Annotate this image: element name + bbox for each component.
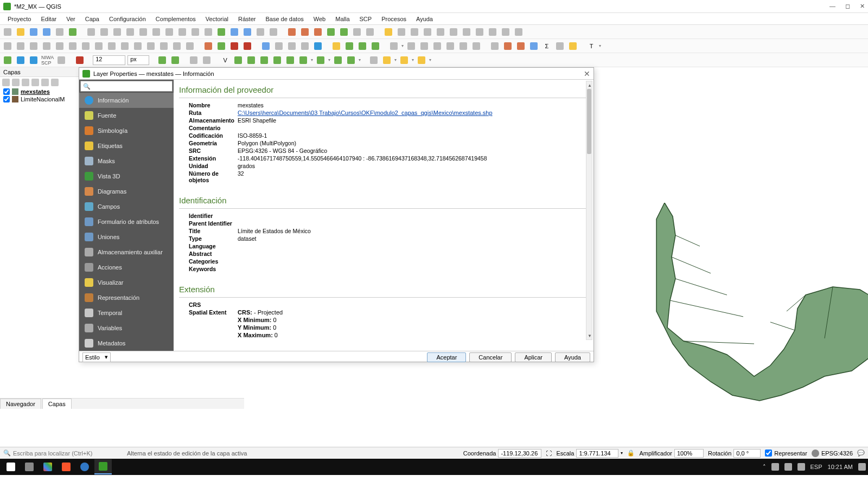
menu-basedatos[interactable]: Base de datos <box>261 15 308 23</box>
zoom-native-icon[interactable] <box>177 27 188 37</box>
zoom-layer-icon[interactable] <box>164 27 175 37</box>
processing-toolbox-icon[interactable] <box>489 41 500 52</box>
nav-variables[interactable]: Variables <box>79 320 174 336</box>
save-edits-icon[interactable] <box>396 27 407 37</box>
scroll-thumb[interactable] <box>587 89 591 154</box>
plugin-icon[interactable] <box>15 55 26 66</box>
vector-create-icon[interactable] <box>157 55 168 66</box>
db-manager-icon[interactable] <box>188 55 199 66</box>
layer-row-mexstates[interactable]: mexstates <box>0 88 79 95</box>
new-geopackage-icon[interactable] <box>299 27 310 37</box>
lock-icon[interactable]: 🔒 <box>627 450 635 457</box>
zoom-selection-icon[interactable] <box>151 27 162 37</box>
menu-scp[interactable]: SCP <box>355 15 376 23</box>
r-icon[interactable] <box>76 459 93 474</box>
pan-to-selection-icon[interactable] <box>99 27 110 37</box>
split-parts-icon[interactable] <box>93 41 104 52</box>
select-features-icon[interactable] <box>273 41 284 52</box>
vector-tool-icon[interactable] <box>298 55 309 66</box>
undo-icon[interactable] <box>500 27 511 37</box>
label-tool-icon[interactable] <box>416 55 427 66</box>
nav-simbologia[interactable]: Simbología <box>79 123 174 138</box>
scp-band-calc-icon[interactable] <box>229 41 240 52</box>
apply-button[interactable]: Aplicar <box>515 352 552 362</box>
vector-tool-icon[interactable] <box>285 55 296 66</box>
trim-extend-icon[interactable] <box>184 41 195 52</box>
chevron-down-icon[interactable]: ▾ <box>311 57 313 62</box>
identify-icon[interactable] <box>260 41 271 52</box>
nav-informacion[interactable]: Información <box>79 93 174 108</box>
layout-manager-icon[interactable] <box>54 27 65 37</box>
layer-style-icon[interactable] <box>2 79 10 86</box>
extents-icon[interactable]: ⛶ <box>546 450 552 457</box>
rotate-feature-icon[interactable] <box>132 41 143 52</box>
simplify-icon[interactable] <box>145 41 156 52</box>
history-icon[interactable] <box>515 41 526 52</box>
delete-ring-icon[interactable] <box>158 41 169 52</box>
avoid-intersections-icon[interactable] <box>419 41 430 52</box>
scroll-down-icon[interactable]: ▼ <box>587 333 592 338</box>
new-mesh-icon[interactable] <box>339 27 349 37</box>
vector-tool-icon[interactable] <box>315 55 326 66</box>
scp-pointer-icon[interactable] <box>56 55 67 66</box>
chevron-down-icon[interactable]: ▾ <box>429 57 431 62</box>
python-console-icon[interactable] <box>554 41 565 52</box>
layer-filter-icon[interactable] <box>12 79 20 86</box>
vector-tool-icon[interactable] <box>346 55 356 66</box>
topo-editing-icon[interactable] <box>406 41 417 52</box>
save-project-icon[interactable] <box>28 27 39 37</box>
nav-formulario[interactable]: Formulario de atributos <box>79 214 174 229</box>
refresh-icon[interactable] <box>268 27 279 37</box>
field-calculator-icon[interactable] <box>312 41 323 52</box>
chevron-down-icon[interactable]: ▾ <box>394 57 397 62</box>
onedrive-icon[interactable] <box>784 463 792 471</box>
snapping-icon[interactable] <box>388 41 399 52</box>
style-dropdown[interactable]: Estilo▾ <box>82 352 111 362</box>
scp-dock-icon[interactable] <box>2 55 13 66</box>
chevron-down-icon[interactable]: ▾ <box>328 57 330 62</box>
locator-input[interactable] <box>13 449 123 458</box>
nav-representacion[interactable]: Representación <box>79 290 174 305</box>
vector-tool-icon[interactable] <box>333 55 343 66</box>
layer-row-limitenacional[interactable]: LimiteNacionalM <box>0 95 79 103</box>
prop-value-link[interactable]: C:\Users\herca\Documents\03 Trabajo\Curs… <box>238 110 588 116</box>
menu-web[interactable]: Web <box>309 15 330 23</box>
coord-input[interactable] <box>498 449 541 458</box>
new-virtual-icon[interactable] <box>352 27 362 37</box>
map-tips-icon[interactable] <box>370 41 381 52</box>
layer-checkbox[interactable] <box>3 88 10 95</box>
vector-tool-icon[interactable]: V <box>220 55 231 66</box>
chevron-down-icon[interactable]: ▾ <box>599 43 601 48</box>
circular-string-icon[interactable] <box>471 41 482 52</box>
menu-procesos[interactable]: Procesos <box>377 15 411 23</box>
digitize-shape-icon[interactable] <box>2 41 13 52</box>
open-attribute-table-icon[interactable] <box>299 41 310 52</box>
cut-features-icon[interactable] <box>461 27 472 37</box>
chevron-down-icon[interactable]: ▾ <box>359 57 361 62</box>
language-indicator[interactable]: ESP <box>810 464 822 470</box>
menu-configuracion[interactable]: Configuración <box>105 15 150 23</box>
offset-curve-icon[interactable] <box>67 41 78 52</box>
vector-tool-icon[interactable] <box>272 55 283 66</box>
open-data-source-icon[interactable] <box>286 27 297 37</box>
advanced-digitizing-icon[interactable] <box>458 41 469 52</box>
minimize-button[interactable]: — <box>829 3 835 10</box>
vertex-editor-icon[interactable] <box>445 41 456 52</box>
menu-vectorial[interactable]: Vectorial <box>201 15 233 23</box>
scale-input[interactable] <box>576 449 618 458</box>
tab-navegador[interactable]: Navegador <box>0 399 41 409</box>
temporal-controller-icon[interactable] <box>255 27 266 37</box>
brave-icon[interactable] <box>58 459 75 474</box>
menu-proyecto[interactable]: Proyecto <box>3 15 35 23</box>
task-view-button[interactable] <box>21 459 38 474</box>
dialog-search-input[interactable]: 🔍 <box>80 81 173 92</box>
delete-part-icon[interactable] <box>171 41 182 52</box>
menu-capa[interactable]: Capa <box>81 15 104 23</box>
menu-raster[interactable]: Ráster <box>234 15 260 23</box>
measure-area-icon[interactable] <box>344 41 355 52</box>
maximize-button[interactable]: ◻ <box>845 3 850 10</box>
cancel-button[interactable]: Cancelar <box>469 352 512 362</box>
open-project-icon[interactable] <box>15 27 26 37</box>
tracing-icon[interactable] <box>432 41 443 52</box>
split-features-icon[interactable] <box>80 41 91 52</box>
